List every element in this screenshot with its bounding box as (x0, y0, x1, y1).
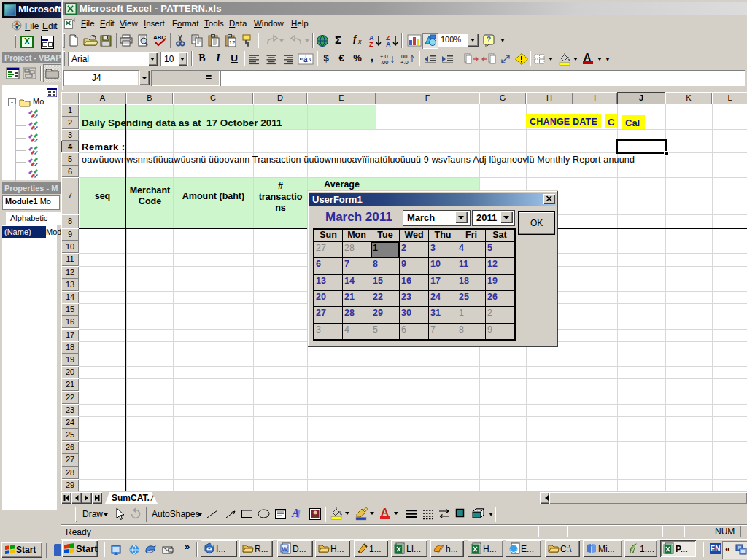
svg-text:W: W (282, 545, 288, 553)
svg-text:12: 12 (229, 39, 235, 46)
svg-text:+.0: +.0 (400, 59, 409, 66)
svg-text:A: A (386, 41, 391, 48)
svg-text:?: ? (487, 36, 491, 44)
svg-text:a: a (303, 55, 308, 63)
svg-text:.00: .00 (381, 59, 388, 66)
svg-text:Z: Z (369, 41, 374, 48)
